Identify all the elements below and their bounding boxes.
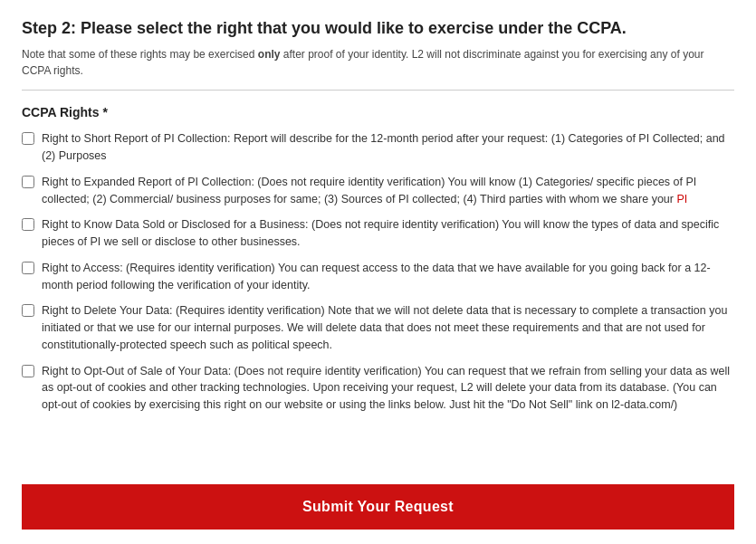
checkbox-right6[interactable] bbox=[22, 365, 34, 377]
right-item-3: Right to Know Data Sold or Disclosed for… bbox=[22, 216, 734, 251]
pi-link[interactable]: PI bbox=[676, 193, 687, 205]
submit-button[interactable]: Submit Your Request bbox=[22, 484, 734, 530]
checkbox-right2[interactable] bbox=[22, 176, 34, 188]
right5-label[interactable]: Right to Delete Your Data: (Requires ide… bbox=[42, 302, 734, 353]
note-prefix: Note that some of these rights may be ex… bbox=[22, 48, 258, 61]
right-item-5: Right to Delete Your Data: (Requires ide… bbox=[22, 302, 734, 353]
rights-list: Right to Short Report of PI Collection: … bbox=[22, 130, 734, 452]
right3-label[interactable]: Right to Know Data Sold or Disclosed for… bbox=[42, 216, 734, 251]
right-item-1: Right to Short Report of PI Collection: … bbox=[22, 130, 734, 165]
right-item-4: Right to Access: (Requires identity veri… bbox=[22, 260, 734, 294]
divider bbox=[22, 90, 734, 91]
note-text: Note that some of these rights may be ex… bbox=[22, 46, 734, 79]
right1-label[interactable]: Right to Short Report of PI Collection: … bbox=[42, 130, 734, 165]
submit-area: Submit Your Request bbox=[22, 470, 734, 544]
note-bold: only bbox=[258, 48, 281, 61]
checkbox-right4[interactable] bbox=[22, 262, 34, 274]
section-label: CCPA Rights * bbox=[22, 105, 734, 119]
checkbox-right5[interactable] bbox=[22, 304, 34, 317]
checkbox-right3[interactable] bbox=[22, 218, 34, 231]
main-container: Step 2: Please select the right that you… bbox=[0, 0, 756, 544]
right4-label[interactable]: Right to Access: (Requires identity veri… bbox=[42, 260, 734, 294]
right-item-2: Right to Expanded Report of PI Collectio… bbox=[22, 174, 734, 208]
step-title: Step 2: Please select the right that you… bbox=[22, 18, 734, 39]
checkbox-right1[interactable] bbox=[22, 132, 34, 145]
right6-label[interactable]: Right to Opt-Out of Sale of Your Data: (… bbox=[42, 363, 734, 414]
right-item-6: Right to Opt-Out of Sale of Your Data: (… bbox=[22, 363, 734, 414]
right2-label[interactable]: Right to Expanded Report of PI Collectio… bbox=[42, 174, 734, 208]
